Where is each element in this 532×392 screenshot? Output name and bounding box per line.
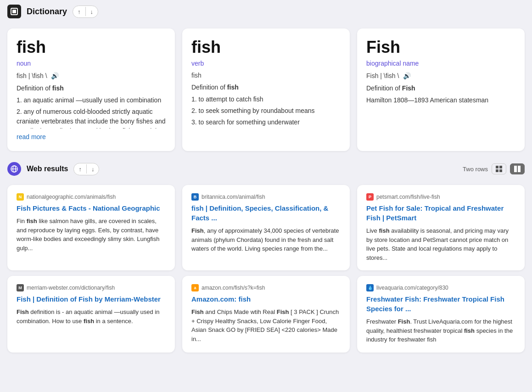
app-logo <box>7 5 21 18</box>
def-label-bio: Definition of Fish <box>366 84 515 92</box>
def-label-word-verb: fish <box>227 84 239 91</box>
web-snippet-britannica: Fish, any of approximately 34,000 specie… <box>191 226 341 253</box>
definitions-bio: Hamilton 1808—1893 American statesman <box>366 95 515 105</box>
web-source-britannica: B britannica.com/animal/fish <box>191 193 341 201</box>
web-source-natgeo: N nationalgeographic.com/animals/fish <box>17 193 166 201</box>
source-url-britannica: britannica.com/animal/fish <box>202 194 265 200</box>
web-card-merriam: M merriam-webster.com/dictionary/fish Fi… <box>7 276 175 353</box>
svg-rect-9 <box>514 166 517 172</box>
nav-down-button[interactable]: ↓ <box>86 6 98 17</box>
app-header: Dictionary ↑ ↓ <box>0 0 532 23</box>
dictionary-card-verb: fish verb fish Definition of fish 1. to … <box>182 28 350 151</box>
def-label-verb: Definition of fish <box>191 84 341 91</box>
web-results-title: Web results <box>27 165 68 173</box>
pronunciation-text-verb: fish <box>191 72 202 79</box>
definitions-noun: 1. an aquatic animal —usually used in co… <box>17 95 166 142</box>
favicon-natgeo: N <box>17 193 24 201</box>
word-bio: Fish <box>366 38 515 57</box>
web-results-section: N nationalgeographic.com/animals/fish Fi… <box>0 179 532 276</box>
pos-verb: verb <box>191 60 341 67</box>
web-title-petsmart[interactable]: Pet Fish for Sale: Tropical and Freshwat… <box>366 203 515 223</box>
pronunciation-noun: fish | \fish \ 🔊 <box>17 72 166 80</box>
favicon-liveaquaria: 💧 <box>366 284 374 291</box>
pronunciation-verb: fish <box>191 72 341 79</box>
svg-rect-6 <box>499 166 502 168</box>
def-verb-1: 1. to attempt to catch fish <box>191 95 341 104</box>
web-source-amazon: a amazon.com/fish/s?k=fish <box>191 284 341 291</box>
svg-rect-8 <box>499 169 502 172</box>
favicon-merriam: M <box>17 284 24 291</box>
pos-bio: biographical name <box>366 60 515 67</box>
read-more-link[interactable]: read more <box>17 132 46 142</box>
dictionary-card-noun: fish noun fish | \fish \ 🔊 Definition of… <box>7 28 175 151</box>
web-source-petsmart: P petsmart.com/fish/live-fish <box>366 193 515 201</box>
web-snippet-merriam: Fish definition is - an aquatic animal —… <box>17 308 166 325</box>
def-label-word-bio: Fish <box>402 84 415 92</box>
web-source-merriam: M merriam-webster.com/dictionary/fish <box>17 284 166 291</box>
favicon-amazon: a <box>191 284 199 291</box>
pronunciation-text-noun: fish | \fish \ <box>17 72 47 79</box>
web-results-row-2: M merriam-webster.com/dictionary/fish Fi… <box>7 276 525 353</box>
web-card-natgeo: N nationalgeographic.com/animals/fish Fi… <box>7 185 175 270</box>
web-snippet-petsmart: Live fish availability is seasonal, and … <box>366 226 515 262</box>
web-card-liveaquaria: 💧 liveaquaria.com/category/830 Freshwate… <box>357 276 525 353</box>
source-url-petsmart: petsmart.com/fish/live-fish <box>376 194 440 200</box>
grid-big-button[interactable] <box>510 163 525 174</box>
web-title-britannica[interactable]: fish | Definition, Species, Classificati… <box>191 203 341 223</box>
def-verb-3: 3. to search for something underwater <box>191 118 341 127</box>
def-verb-2: 2. to seek something by roundabout means <box>191 106 341 116</box>
def-label-pre-noun: Definition of <box>17 84 52 92</box>
web-card-petsmart: P petsmart.com/fish/live-fish Pet Fish f… <box>357 185 525 270</box>
dictionary-section: fish noun fish | \fish \ 🔊 Definition of… <box>0 23 532 157</box>
def-bio-1: Hamilton 1808—1893 American statesman <box>366 95 515 105</box>
favicon-petsmart: P <box>366 193 374 201</box>
def-label-noun: Definition of fish <box>17 84 166 92</box>
source-url-merriam: merriam-webster.com/dictionary/fish <box>27 285 115 291</box>
speaker-icon-noun[interactable]: 🔊 <box>51 72 59 80</box>
pronunciation-bio: Fish | \fish \ 🔊 <box>366 72 515 80</box>
word-verb: fish <box>191 38 341 57</box>
word-noun: fish <box>17 38 166 57</box>
svg-rect-7 <box>496 169 498 172</box>
web-card-amazon: a amazon.com/fish/s?k=fish Amazon.com: f… <box>182 276 350 353</box>
dictionary-cards-row: fish noun fish | \fish \ 🔊 Definition of… <box>7 28 525 151</box>
pronunciation-text-bio: Fish | \fish \ <box>366 72 399 79</box>
def-label-pre-verb: Definition of <box>191 84 227 91</box>
web-results-row-1: N nationalgeographic.com/animals/fish Fi… <box>7 185 525 270</box>
header-nav-arrows: ↑ ↓ <box>73 6 98 18</box>
web-title-natgeo[interactable]: Fish Pictures & Facts - National Geograp… <box>17 203 166 213</box>
def-label-pre-bio: Definition of <box>366 84 402 92</box>
web-snippet-amazon: Fish and Chips Made wtih Real Fish [ 3 P… <box>191 308 341 343</box>
source-url-liveaquaria: liveaquaria.com/category/830 <box>376 285 448 291</box>
rows-label: Two rows <box>463 166 488 173</box>
web-nav-up-button[interactable]: ↑ <box>74 163 86 175</box>
def-overflow-noun: 1. an aquatic animal —usually used in co… <box>17 95 166 129</box>
grid-list-button[interactable] <box>492 163 506 174</box>
definitions-verb: 1. to attempt to catch fish 2. to seek s… <box>191 95 341 127</box>
def-noun-2: 2. any of numerous cold-blooded strictly… <box>17 107 166 129</box>
speaker-icon-bio[interactable]: 🔊 <box>403 72 411 80</box>
favicon-britannica: B <box>191 193 199 201</box>
web-source-liveaquaria: 💧 liveaquaria.com/category/830 <box>366 284 515 291</box>
dictionary-card-bio: Fish biographical name Fish | \fish \ 🔊 … <box>357 28 525 151</box>
app-title: Dictionary <box>27 7 67 17</box>
web-snippet-liveaquaria: Freshwater Fish. Trust LiveAquaria.com f… <box>366 317 515 344</box>
web-results-header: Web results ↑ ↓ Two rows <box>0 157 532 179</box>
svg-rect-1 <box>12 10 16 13</box>
web-results-nav-arrows: ↑ ↓ <box>73 163 99 175</box>
source-url-amazon: amazon.com/fish/s?k=fish <box>202 285 265 291</box>
svg-rect-5 <box>496 166 498 168</box>
web-title-merriam[interactable]: Fish | Definition of Fish by Merriam-Web… <box>17 294 166 304</box>
web-results-row2-section: M merriam-webster.com/dictionary/fish Fi… <box>0 276 532 358</box>
web-title-liveaquaria[interactable]: Freshwater Fish: Freshwater Tropical Fis… <box>366 294 515 314</box>
view-toggle: Two rows <box>463 163 525 174</box>
svg-rect-10 <box>518 166 521 172</box>
def-label-word-noun: fish <box>52 84 64 92</box>
web-card-britannica: B britannica.com/animal/fish fish | Defi… <box>182 185 350 270</box>
nav-up-button[interactable]: ↑ <box>73 6 85 17</box>
source-url-natgeo: nationalgeographic.com/animals/fish <box>27 194 116 200</box>
def-noun-1: 1. an aquatic animal —usually used in co… <box>17 95 166 105</box>
web-title-amazon[interactable]: Amazon.com: fish <box>191 294 341 304</box>
web-snippet-natgeo: Fin fish like salmon have gills, are cov… <box>17 217 166 252</box>
web-nav-down-button[interactable]: ↓ <box>87 163 99 175</box>
